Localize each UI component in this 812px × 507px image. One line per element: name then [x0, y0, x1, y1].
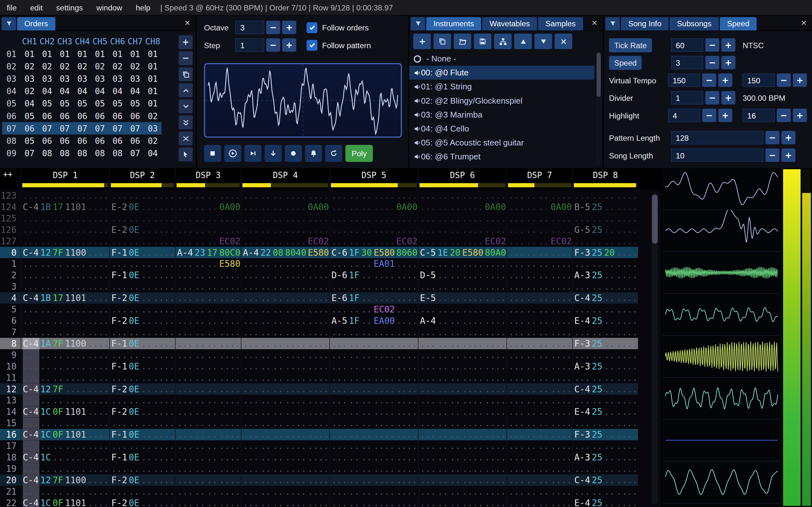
pattern-subcell[interactable]: ....: [616, 406, 638, 418]
pattern-subcell[interactable]: ...: [23, 349, 39, 360]
pattern-subcell[interactable]: ..: [438, 303, 449, 315]
pattern-cell[interactable]: F-10E......: [109, 338, 175, 349]
pattern-subcell[interactable]: 1101: [65, 406, 87, 418]
pattern-subcell[interactable]: ....: [485, 326, 507, 338]
pattern-cell[interactable]: ...........: [175, 349, 241, 360]
pattern-subcell[interactable]: ..: [438, 463, 449, 474]
pattern-subcell[interactable]: ...: [420, 497, 437, 507]
speed-input[interactable]: 3: [671, 56, 703, 69]
pattern-subcell[interactable]: ..: [526, 383, 537, 395]
pattern-subcell[interactable]: ....: [616, 326, 638, 338]
pattern-subcell[interactable]: 80A0: [485, 247, 507, 258]
virtual-tempo-decrease-button[interactable]: [702, 73, 716, 87]
pattern-subcell[interactable]: ....: [154, 247, 175, 258]
pattern-subcell[interactable]: ..: [194, 292, 206, 303]
pattern-subcell[interactable]: ....: [551, 224, 572, 235]
pattern-subcell[interactable]: ..: [141, 326, 153, 338]
pattern-cell[interactable]: ...........: [175, 486, 241, 497]
pattern-cell[interactable]: ...............: [329, 418, 418, 429]
pattern-subcell[interactable]: ..: [53, 303, 64, 315]
pattern-cell[interactable]: D-5............: [418, 270, 507, 281]
pattern-cell[interactable]: ...............: [20, 235, 109, 247]
pattern-subcell[interactable]: ..: [40, 213, 52, 224]
pattern-subcell[interactable]: ....: [285, 395, 307, 406]
pattern-subcell[interactable]: ....: [308, 395, 329, 406]
pattern-subcell[interactable]: ..: [361, 418, 373, 429]
pattern-subcell[interactable]: ...: [111, 418, 128, 429]
pattern-subcell[interactable]: ..: [438, 429, 449, 440]
pattern-cell[interactable]: ...............: [329, 440, 418, 452]
pattern-subcell[interactable]: ..: [604, 326, 616, 338]
pattern-subcell[interactable]: ..: [273, 360, 284, 372]
pattern-subcell[interactable]: ....: [308, 326, 329, 338]
pattern-subcell[interactable]: ..: [538, 190, 550, 201]
pattern-subcell[interactable]: ....: [374, 383, 395, 395]
pattern-cell[interactable]: A-51F..EA00....: [329, 315, 418, 326]
pattern-cell[interactable]: ...........: [175, 497, 241, 507]
pattern-subcell[interactable]: ....: [374, 224, 395, 235]
pattern-subcell[interactable]: ....: [374, 418, 395, 429]
pattern-subcell[interactable]: ....: [551, 497, 572, 507]
highlight-input[interactable]: 4: [668, 109, 700, 122]
pattern-subcell[interactable]: ...: [243, 270, 259, 281]
order-cell[interactable]: 07: [109, 123, 126, 133]
pattern-cell[interactable]: ...........: [175, 406, 241, 418]
pattern-subcell[interactable]: ...: [508, 429, 525, 440]
pattern-subcell[interactable]: ..: [207, 429, 218, 440]
pattern-subcell[interactable]: ...: [243, 201, 259, 213]
pattern-subcell[interactable]: ...: [332, 201, 348, 213]
pattern-subcell[interactable]: 17: [53, 201, 64, 213]
virtual-tempo-decrease-button-2[interactable]: [777, 73, 791, 87]
pattern-subcell[interactable]: ....: [616, 258, 638, 270]
pattern-subcell[interactable]: 1C: [40, 497, 52, 507]
pattern-subcell[interactable]: ...: [508, 292, 525, 303]
pattern-subcell[interactable]: ..: [260, 474, 272, 486]
pattern-subcell[interactable]: ..: [592, 190, 603, 201]
pattern-subcell[interactable]: ...: [111, 372, 128, 383]
pattern-subcell[interactable]: 25: [592, 201, 603, 213]
pattern-subcell[interactable]: ....: [154, 383, 175, 395]
pattern-subcell[interactable]: ....: [374, 429, 395, 440]
pattern-subcell[interactable]: ..: [141, 360, 153, 372]
pattern-cell[interactable]: ...............: [241, 372, 329, 383]
pattern-subcell[interactable]: ..: [40, 303, 52, 315]
pattern-subcell[interactable]: ...: [574, 463, 591, 474]
pattern-subcell[interactable]: 25: [592, 406, 603, 418]
pattern-subcell[interactable]: ....: [88, 395, 109, 406]
channel-header-dsp-8[interactable]: DSP 8: [572, 168, 638, 190]
pattern-subcell[interactable]: ..: [260, 281, 272, 292]
pattern-subcell[interactable]: ...: [508, 281, 525, 292]
pattern-subcell[interactable]: ..: [450, 235, 461, 247]
pattern-subcell[interactable]: ....: [462, 201, 484, 213]
pattern-subcell[interactable]: ...: [420, 383, 437, 395]
pattern-subcell[interactable]: ....: [88, 338, 109, 349]
octave-decrease-button[interactable]: [266, 20, 280, 34]
pattern-subcell[interactable]: EC02: [308, 235, 329, 247]
pattern-subcell[interactable]: ...: [111, 281, 128, 292]
pattern-subcell[interactable]: E580: [308, 247, 329, 258]
pattern-subcell[interactable]: F-2: [111, 292, 128, 303]
pattern-subcell[interactable]: ..: [526, 292, 537, 303]
pattern-subcell[interactable]: ....: [219, 292, 241, 303]
pattern-subcell[interactable]: ....: [308, 258, 329, 270]
pattern-cell[interactable]: ...............: [241, 281, 329, 292]
pattern-subcell[interactable]: ....: [462, 190, 484, 201]
pattern-subcell[interactable]: ...: [420, 440, 437, 452]
pattern-subcell[interactable]: ....: [219, 463, 241, 474]
pattern-subcell[interactable]: ..: [450, 224, 461, 235]
order-cell[interactable]: 02: [20, 86, 38, 96]
pattern-subcell[interactable]: ....: [65, 224, 87, 235]
pattern-subcell[interactable]: ...: [420, 224, 437, 235]
tab-samples[interactable]: Samples: [538, 17, 583, 30]
pattern-cell[interactable]: ...............: [329, 326, 418, 338]
pattern-subcell[interactable]: ..: [260, 292, 272, 303]
pattern-subcell[interactable]: ....: [285, 383, 307, 395]
pattern-subcell[interactable]: ..: [438, 326, 449, 338]
pattern-cell[interactable]: F-10E......: [109, 360, 175, 372]
pattern-subcell[interactable]: ....: [88, 270, 109, 281]
pattern-subcell[interactable]: ..: [53, 463, 64, 474]
pattern-subcell[interactable]: ...: [420, 213, 437, 224]
pattern-subcell[interactable]: 0E: [129, 315, 140, 326]
pattern-cell[interactable]: E-61F..........: [329, 292, 418, 303]
pattern-subcell[interactable]: ...: [574, 213, 591, 224]
